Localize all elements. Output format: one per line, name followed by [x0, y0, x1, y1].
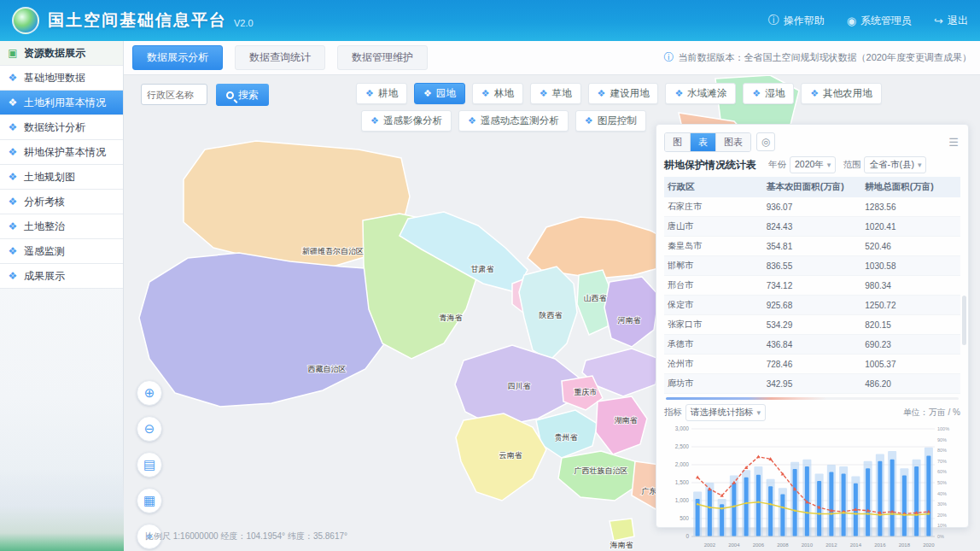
- filter-button-耕地[interactable]: ❖耕地: [356, 83, 407, 104]
- table-body: 石家庄市936.071283.56唐山市824.431020.41秦皇岛市354…: [664, 197, 960, 394]
- table-cell: 690.23: [861, 335, 960, 355]
- tab-数据展示分析[interactable]: 数据展示分析: [132, 45, 223, 70]
- chip-label: 年份: [768, 159, 786, 171]
- panel-scrollbar[interactable]: [962, 296, 966, 345]
- sidebar-item-label: 土地规划图: [24, 170, 75, 185]
- filter-button-其他农用地[interactable]: ❖其他农用地: [801, 83, 881, 104]
- sidebar-item-数据统计分析[interactable]: ❖数据统计分析: [0, 115, 123, 140]
- zoom-in-tool[interactable]: ⊕: [137, 380, 162, 406]
- province-label: 青海省: [440, 314, 463, 322]
- province-label: 四川省: [508, 382, 531, 390]
- province-hunan[interactable]: [596, 396, 647, 454]
- province-henan[interactable]: [604, 277, 659, 347]
- table-cell: 820.15: [861, 315, 960, 335]
- filter-button-label: 建设用地: [610, 87, 649, 100]
- sidebar-item-资源数据展示[interactable]: ▣资源数据展示: [0, 41, 123, 66]
- province-guangxi[interactable]: [558, 451, 640, 501]
- target-icon[interactable]: ◎: [756, 132, 775, 151]
- search-input[interactable]: [141, 84, 207, 105]
- table-cell: 836.55: [763, 256, 862, 276]
- header-item-help[interactable]: ⓘ操作帮助: [768, 13, 825, 28]
- svg-text:40%: 40%: [937, 491, 947, 496]
- sidebar-item-土地利用基本情况[interactable]: ❖土地利用基本情况: [0, 91, 123, 115]
- layers-tool[interactable]: ▤: [137, 452, 162, 478]
- filter-button-label: 遥感动态监测分析: [481, 114, 559, 127]
- table-row[interactable]: 张家口市534.29820.15: [664, 315, 960, 335]
- view-mode-表[interactable]: 表: [691, 133, 716, 151]
- svg-text:2004: 2004: [728, 542, 740, 548]
- table-cell: 1005.37: [861, 355, 960, 374]
- chart-header: 指标 请选择统计指标 ▾ 单位：万亩 / %: [664, 402, 960, 424]
- filter-button-label: 草地: [552, 87, 572, 100]
- filter-button-林地[interactable]: ❖林地: [472, 83, 523, 104]
- filter-button-图层控制[interactable]: ❖图层控制: [575, 110, 646, 132]
- diamond-icon: ❖: [585, 115, 593, 126]
- info-icon: ⓘ: [664, 50, 674, 65]
- table-row[interactable]: 秦皇岛市354.81520.46: [664, 237, 960, 256]
- panel-menu-icon[interactable]: ☰: [948, 136, 960, 149]
- filter-button-草地[interactable]: ❖草地: [530, 83, 581, 104]
- table-row[interactable]: 唐山市824.431020.41: [664, 217, 960, 237]
- province-tibet[interactable]: [139, 253, 401, 407]
- diamond-icon: ❖: [481, 88, 490, 99]
- table-cell: 342.95: [763, 374, 862, 394]
- table-cell: 廊坊市: [664, 374, 763, 394]
- sidebar-item-土地整治[interactable]: ❖土地整治: [0, 214, 123, 239]
- sidebar-item-遥感监测[interactable]: ❖遥感监测: [0, 239, 123, 264]
- notice-text: 当前数据版本：全省国土空间规划现状数据（2020年度变更调查成果）: [679, 51, 971, 64]
- header-item-user[interactable]: ◉系统管理员: [847, 14, 912, 28]
- table-row[interactable]: 邯郸市836.551030.58: [664, 256, 960, 276]
- sidebar-item-土地规划图[interactable]: ❖土地规划图: [0, 165, 123, 190]
- zoom-in-icon: ⊕: [144, 385, 155, 400]
- svg-text:60%: 60%: [937, 469, 947, 474]
- tab-数据管理维护[interactable]: 数据管理维护: [337, 45, 428, 70]
- table-row[interactable]: 承德市436.84690.23: [664, 335, 960, 355]
- province-hainan[interactable]: [610, 519, 634, 541]
- province-label: 重庆市: [575, 388, 598, 396]
- view-mode-图[interactable]: 图: [665, 133, 691, 151]
- table-row[interactable]: 沧州市728.461005.37: [664, 355, 960, 374]
- chip-select[interactable]: 全省-市(县)▾: [864, 156, 926, 173]
- sidebar-item-成果展示[interactable]: ❖成果展示: [0, 264, 123, 289]
- diamond-icon: ❖: [598, 88, 606, 99]
- svg-text:1,000: 1,000: [675, 497, 690, 503]
- table-row[interactable]: 石家庄市936.071283.56: [664, 197, 960, 217]
- filter-button-label: 湿地: [765, 87, 785, 100]
- filter-button-水域滩涂[interactable]: ❖水域滩涂: [665, 83, 736, 104]
- table-row[interactable]: 邢台市734.12980.34: [664, 276, 960, 296]
- panel-toolbar: 图表图表 ◎ ☰: [664, 131, 960, 153]
- table-row[interactable]: 保定市925.681250.72: [664, 296, 960, 315]
- measure-tool[interactable]: ▦: [137, 488, 162, 513]
- indicator-select[interactable]: 请选择统计指标 ▾: [685, 404, 766, 421]
- table-row[interactable]: 廊坊市342.95486.20: [664, 374, 960, 394]
- filter-button-园地[interactable]: ❖园地: [414, 83, 465, 104]
- filter-button-遥感影像分析[interactable]: ❖遥感影像分析: [361, 110, 452, 132]
- province-label: 新疆维吾尔自治区: [302, 247, 364, 255]
- chip-select[interactable]: 2020年▾: [790, 156, 836, 173]
- filter-button-湿地[interactable]: ❖湿地: [743, 83, 794, 104]
- table-scroll-indicator[interactable]: [666, 397, 959, 400]
- chip-value: 2020年: [795, 159, 824, 171]
- chip-label: 范围: [843, 159, 860, 171]
- table-header-row: 行政区基本农田面积(万亩)耕地总面积(万亩): [664, 177, 960, 197]
- filter-button-label: 遥感影像分析: [383, 114, 442, 127]
- search-button[interactable]: 搜索: [216, 84, 269, 106]
- header-item-logout[interactable]: ↪退出: [934, 14, 968, 28]
- filter-button-遥感动态监测分析[interactable]: ❖遥感动态监测分析: [458, 110, 569, 132]
- sidebar-item-耕地保护基本情况[interactable]: ❖耕地保护基本情况: [0, 140, 123, 165]
- zoom-out-tool[interactable]: ⊖: [137, 416, 162, 442]
- map-status-bar: 比例尺 1:16000000 经度：104.1954° 纬度：35.8617°: [145, 530, 347, 542]
- sidebar-item-分析考核[interactable]: ❖分析考核: [0, 190, 123, 214]
- sidebar-item-label: 耕地保护基本情况: [24, 145, 106, 160]
- sidebar-item-基础地理数据[interactable]: ❖基础地理数据: [0, 66, 123, 91]
- svg-text:3,000: 3,000: [675, 425, 690, 431]
- tab-数据查询统计[interactable]: 数据查询统计: [235, 45, 325, 70]
- svg-text:2012: 2012: [825, 542, 837, 548]
- header-item-label: 系统管理员: [860, 14, 912, 28]
- table-cell: 1030.58: [861, 256, 960, 276]
- filter-button-建设用地[interactable]: ❖建设用地: [588, 83, 659, 104]
- view-mode-图表[interactable]: 图表: [716, 133, 750, 151]
- diamond-icon: ❖: [7, 72, 19, 84]
- province-label: 陕西省: [540, 311, 563, 319]
- statistics-panel: 图表图表 ◎ ☰ 耕地保护情况统计表 年份2020年▾范围全省-市(县)▾ 行政…: [656, 124, 969, 528]
